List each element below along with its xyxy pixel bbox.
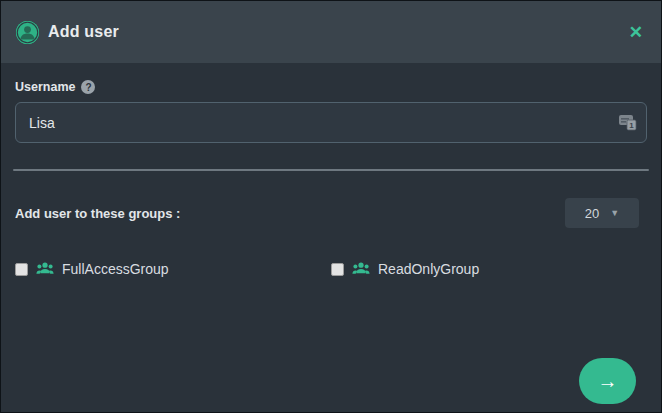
- autofill-icon: 1: [618, 113, 638, 132]
- group-checkbox-row: FullAccessGroup ReadOnlyGroup: [15, 261, 647, 277]
- fullaccess-label: FullAccessGroup: [62, 261, 169, 277]
- page-size-select[interactable]: 20 ▼: [565, 198, 639, 228]
- dialog-title: Add user: [48, 23, 119, 41]
- page-size-value: 20: [585, 206, 599, 221]
- fullaccess-checkbox[interactable]: [15, 263, 28, 276]
- help-icon[interactable]: ?: [81, 80, 95, 94]
- groups-header-row: Add user to these groups : 20 ▼: [15, 198, 647, 228]
- username-input-wrap: 1: [15, 102, 647, 143]
- divider: [13, 169, 649, 171]
- username-label-row: Username ?: [15, 80, 647, 94]
- svg-text:1: 1: [629, 121, 634, 130]
- user-avatar-icon: [16, 21, 39, 44]
- next-arrow-button[interactable]: →: [579, 358, 636, 404]
- username-label: Username: [15, 80, 75, 94]
- add-user-dialog: Add user ✕ Username ? 1 Add user to thes…: [0, 0, 662, 413]
- dialog-header: Add user ✕: [1, 1, 661, 63]
- username-input[interactable]: [15, 102, 647, 143]
- arrow-right-icon: →: [598, 370, 618, 393]
- close-icon[interactable]: ✕: [629, 24, 643, 41]
- dialog-body: Username ? 1 Add user to these groups : …: [1, 63, 661, 412]
- readonly-label: ReadOnlyGroup: [378, 261, 479, 277]
- readonly-checkbox[interactable]: [331, 263, 344, 276]
- chevron-down-icon: ▼: [610, 209, 619, 218]
- group-item-readonly[interactable]: ReadOnlyGroup: [331, 261, 647, 277]
- users-group-icon: [352, 262, 370, 277]
- users-group-icon: [36, 262, 54, 277]
- groups-label: Add user to these groups :: [15, 206, 180, 221]
- group-item-fullaccess[interactable]: FullAccessGroup: [15, 261, 331, 277]
